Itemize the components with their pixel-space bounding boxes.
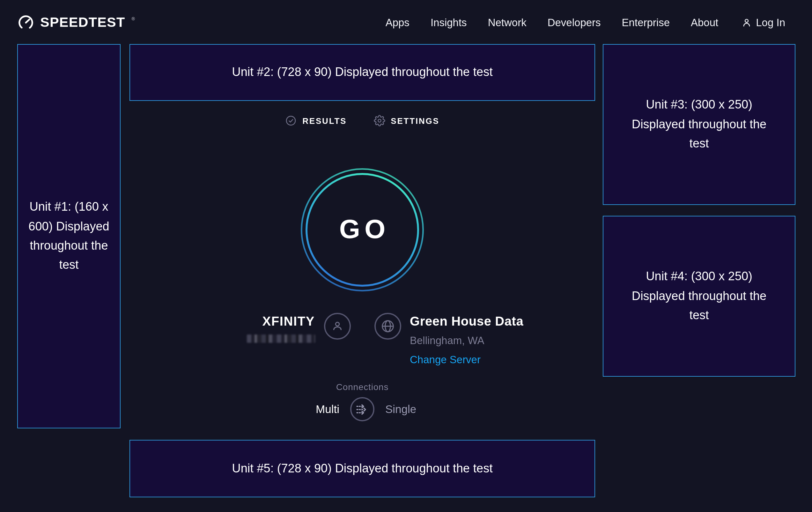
ad-unit-3[interactable]: Unit #3: (300 x 250) Displayed throughou…	[603, 44, 795, 205]
isp-name: XFINITY	[246, 314, 315, 329]
brand-name: SPEEDTEST	[40, 15, 125, 30]
login-button[interactable]: Log In	[741, 16, 785, 28]
tab-settings[interactable]: SETTINGS	[374, 115, 439, 127]
user-icon	[741, 17, 752, 28]
ad-unit-1-text: Unit #1: (160 x 600) Displayed throughou…	[24, 197, 114, 275]
nav-item-enterprise[interactable]: Enterprise	[622, 16, 670, 28]
speedtest-gauge-icon	[17, 14, 34, 31]
tab-settings-label: SETTINGS	[391, 116, 439, 126]
speedtest-main: RESULTS SETTINGS	[129, 0, 595, 512]
go-button[interactable]: GO	[300, 168, 424, 292]
tab-results[interactable]: RESULTS	[285, 115, 347, 127]
isp-ip-redacted	[246, 334, 315, 343]
speedtest-page: SPEEDTEST ® Apps Insights Network Develo…	[0, 0, 812, 512]
connection-info-row: XFINITY	[129, 309, 595, 366]
ad-unit-4-text: Unit #4: (300 x 250) Displayed throughou…	[632, 267, 767, 325]
globe-icon	[374, 313, 401, 340]
person-icon	[324, 313, 350, 340]
tab-results-label: RESULTS	[302, 116, 347, 126]
gear-icon	[374, 115, 385, 127]
ad-unit-3-text: Unit #3: (300 x 250) Displayed throughou…	[632, 96, 767, 154]
server-location: Bellingham, WA	[410, 334, 523, 347]
check-circle-icon	[285, 115, 297, 127]
connections-label: Connections	[129, 382, 595, 392]
multi-arrows-icon[interactable]	[350, 397, 374, 421]
nav-item-about[interactable]: About	[691, 16, 718, 28]
go-button-label: GO	[335, 214, 390, 244]
change-server-link[interactable]: Change Server	[410, 354, 523, 366]
login-label: Log In	[756, 16, 785, 28]
speedtest-logo[interactable]: SPEEDTEST ®	[17, 14, 134, 31]
ad-unit-1[interactable]: Unit #1: (160 x 600) Displayed throughou…	[17, 44, 121, 428]
connections-single-option[interactable]: Single	[385, 403, 595, 416]
connections-multi-option[interactable]: Multi	[129, 403, 339, 416]
isp-block: XFINITY	[129, 309, 362, 366]
tabs-row: RESULTS SETTINGS	[129, 115, 595, 127]
server-name: Green House Data	[410, 314, 523, 329]
connections-toggle-row: Multi Single	[129, 397, 595, 421]
ad-unit-4[interactable]: Unit #4: (300 x 250) Displayed throughou…	[603, 216, 795, 377]
isp-text-column: XFINITY	[246, 309, 315, 343]
server-block: Green House Data Bellingham, WA Change S…	[362, 309, 595, 366]
server-text-column: Green House Data Bellingham, WA Change S…	[410, 309, 523, 366]
